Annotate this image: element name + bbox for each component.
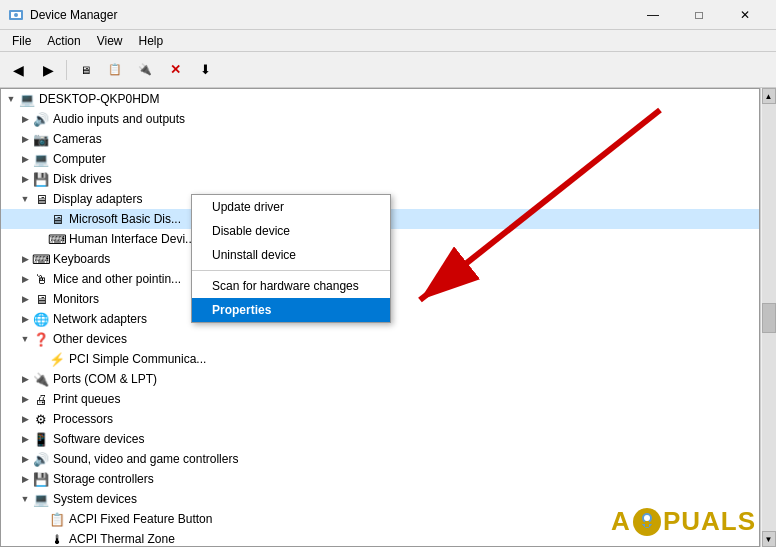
menu-bar: File Action View Help bbox=[0, 30, 776, 52]
expand-icon: ▶ bbox=[17, 474, 33, 484]
item-label: Storage controllers bbox=[53, 472, 154, 486]
expand-icon: ▶ bbox=[17, 294, 33, 304]
pci-item[interactable]: ⚡ PCI Simple Communica... bbox=[1, 349, 759, 369]
acpi-thermal1-item[interactable]: 🌡 ACPI Thermal Zone bbox=[1, 529, 759, 547]
title-controls: — □ ✕ bbox=[630, 0, 768, 30]
expand-icon: ▶ bbox=[17, 394, 33, 404]
toolbar-forward[interactable]: ▶ bbox=[34, 56, 62, 84]
acpi-fixed-item[interactable]: 📋 ACPI Fixed Feature Button bbox=[1, 509, 759, 529]
toolbar: ◀ ▶ 🖥 📋 🔌 ✕ ⬇ bbox=[0, 52, 776, 88]
list-item[interactable]: ▶ 🔊 Audio inputs and outputs bbox=[1, 109, 759, 129]
item-label: Software devices bbox=[53, 432, 144, 446]
maximize-button[interactable]: □ bbox=[676, 0, 722, 30]
menu-view[interactable]: View bbox=[89, 32, 131, 50]
item-label: Microsoft Basic Dis... bbox=[69, 212, 181, 226]
context-uninstall-device[interactable]: Uninstall device bbox=[192, 243, 390, 267]
computer-icon: 💻 bbox=[19, 91, 35, 107]
item-label: Sound, video and game controllers bbox=[53, 452, 238, 466]
item-label: Mice and other pointin... bbox=[53, 272, 181, 286]
sound-item[interactable]: ▶ 🔊 Sound, video and game controllers bbox=[1, 449, 759, 469]
software-icon: 📱 bbox=[33, 431, 49, 447]
expand-icon: ▶ bbox=[17, 134, 33, 144]
ports-icon: 🔌 bbox=[33, 371, 49, 387]
scroll-track2 bbox=[762, 333, 776, 532]
system-devices-item[interactable]: ▼ 💻 System devices bbox=[1, 489, 759, 509]
display-adapter-icon: 🖥 bbox=[49, 211, 65, 227]
scroll-thumb[interactable] bbox=[762, 303, 776, 333]
list-item[interactable]: ▶ 💾 Disk drives bbox=[1, 169, 759, 189]
toolbar-remove[interactable]: ✕ bbox=[161, 56, 189, 84]
item-label: Monitors bbox=[53, 292, 99, 306]
hid-icon: ⌨ bbox=[49, 231, 65, 247]
toolbar-back[interactable]: ◀ bbox=[4, 56, 32, 84]
expand-icon: ▶ bbox=[17, 374, 33, 384]
monitor-icon: 🖥 bbox=[33, 291, 49, 307]
keyboard-icon: ⌨ bbox=[33, 251, 49, 267]
expand-icon: ▶ bbox=[17, 274, 33, 284]
other-devices-item[interactable]: ▼ ❓ Other devices bbox=[1, 329, 759, 349]
processors-item[interactable]: ▶ ⚙ Processors bbox=[1, 409, 759, 429]
item-label: PCI Simple Communica... bbox=[69, 352, 206, 366]
close-button[interactable]: ✕ bbox=[722, 0, 768, 30]
tree-root[interactable]: ▼ 💻 DESKTOP-QKP0HDM bbox=[1, 89, 759, 109]
expand-icon: ▼ bbox=[17, 334, 33, 344]
item-label: Keyboards bbox=[53, 252, 110, 266]
storage-item[interactable]: ▶ 💾 Storage controllers bbox=[1, 469, 759, 489]
scroll-up[interactable]: ▲ bbox=[762, 88, 776, 104]
scroll-down[interactable]: ▼ bbox=[762, 531, 776, 547]
app-icon bbox=[8, 7, 24, 23]
menu-action[interactable]: Action bbox=[39, 32, 88, 50]
device-tree[interactable]: ▼ 💻 DESKTOP-QKP0HDM ▶ 🔊 Audio inputs and… bbox=[0, 88, 760, 547]
item-label: Ports (COM & LPT) bbox=[53, 372, 157, 386]
toolbar-sep1 bbox=[66, 60, 67, 80]
ports-item[interactable]: ▶ 🔌 Ports (COM & LPT) bbox=[1, 369, 759, 389]
toolbar-update[interactable]: 📋 bbox=[101, 56, 129, 84]
item-label: Human Interface Devi... bbox=[69, 232, 195, 246]
minimize-button[interactable]: — bbox=[630, 0, 676, 30]
root-label: DESKTOP-QKP0HDM bbox=[39, 92, 159, 106]
title-bar: Device Manager — □ ✕ bbox=[0, 0, 776, 30]
window-title: Device Manager bbox=[30, 8, 630, 22]
toolbar-scan[interactable]: 🔌 bbox=[131, 56, 159, 84]
menu-help[interactable]: Help bbox=[131, 32, 172, 50]
window: Device Manager — □ ✕ File Action View He… bbox=[0, 0, 776, 547]
sound-icon: 🔊 bbox=[33, 451, 49, 467]
software-devices-item[interactable]: ▶ 📱 Software devices bbox=[1, 429, 759, 449]
item-label: Cameras bbox=[53, 132, 102, 146]
scroll-track bbox=[762, 104, 776, 303]
expand-icon: ▶ bbox=[17, 314, 33, 324]
item-label: Network adapters bbox=[53, 312, 147, 326]
expand-icon: ▶ bbox=[17, 154, 33, 164]
display-icon: 🖥 bbox=[33, 191, 49, 207]
expand-icon: ▶ bbox=[17, 114, 33, 124]
item-label: Audio inputs and outputs bbox=[53, 112, 185, 126]
item-label: Computer bbox=[53, 152, 106, 166]
expand-icon: ▶ bbox=[17, 434, 33, 444]
print-icon: 🖨 bbox=[33, 391, 49, 407]
item-label: Disk drives bbox=[53, 172, 112, 186]
thermal-icon: 🌡 bbox=[49, 531, 65, 547]
context-menu: Update driver Disable device Uninstall d… bbox=[191, 194, 391, 323]
context-disable-device[interactable]: Disable device bbox=[192, 219, 390, 243]
list-item[interactable]: ▶ 📷 Cameras bbox=[1, 129, 759, 149]
svg-point-2 bbox=[14, 13, 18, 17]
print-item[interactable]: ▶ 🖨 Print queues bbox=[1, 389, 759, 409]
item-label: Other devices bbox=[53, 332, 127, 346]
audio-icon: 🔊 bbox=[33, 111, 49, 127]
list-item[interactable]: ▶ 💻 Computer bbox=[1, 149, 759, 169]
toolbar-download[interactable]: ⬇ bbox=[191, 56, 219, 84]
item-label: ACPI Thermal Zone bbox=[69, 532, 175, 546]
system-icon: 💻 bbox=[33, 491, 49, 507]
context-properties[interactable]: Properties bbox=[192, 298, 390, 322]
toolbar-properties[interactable]: 🖥 bbox=[71, 56, 99, 84]
computer-icon: 💻 bbox=[33, 151, 49, 167]
context-scan-changes[interactable]: Scan for hardware changes bbox=[192, 274, 390, 298]
context-update-driver[interactable]: Update driver bbox=[192, 195, 390, 219]
menu-file[interactable]: File bbox=[4, 32, 39, 50]
pci-icon: ⚡ bbox=[49, 351, 65, 367]
scrollbar[interactable]: ▲ ▼ bbox=[760, 88, 776, 547]
expand-icon: ▶ bbox=[17, 174, 33, 184]
item-label: System devices bbox=[53, 492, 137, 506]
other-icon: ❓ bbox=[33, 331, 49, 347]
expand-icon: ▶ bbox=[17, 414, 33, 424]
